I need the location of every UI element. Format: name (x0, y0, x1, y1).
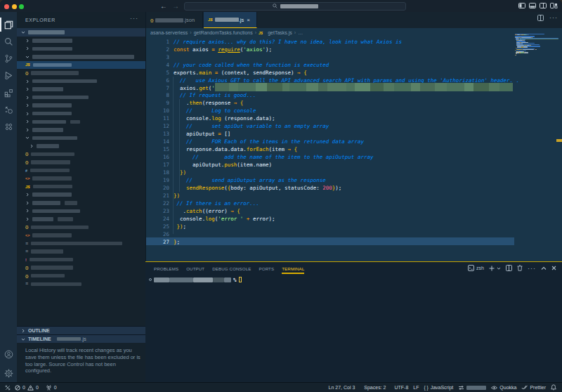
tree-item[interactable] (17, 118, 145, 126)
breadcrumb-item[interactable]: asana-serverless (150, 30, 188, 35)
activity-bar-extensions-icon[interactable] (0, 84, 17, 101)
sync-status[interactable] (458, 385, 486, 391)
language-mode[interactable]: { } JavaScript (424, 385, 453, 390)
tree-item[interactable]: {} (17, 158, 145, 166)
tree-item[interactable] (17, 93, 145, 102)
close-panel-icon[interactable] (551, 266, 556, 270)
tree-item[interactable] (17, 207, 145, 216)
notifications-bell-icon[interactable] (551, 384, 556, 391)
breadcrumb-item[interactable]: getRandomTasks.functions (194, 30, 253, 35)
activity-bar-search-icon[interactable] (0, 33, 17, 50)
line-number: 4 (146, 62, 169, 68)
tree-item[interactable]: # (17, 166, 145, 175)
explorer-more-actions-icon[interactable]: ··· (130, 15, 138, 22)
tree-item[interactable]: {} (17, 223, 145, 232)
tab[interactable]: {}.json (146, 12, 203, 28)
tree-item[interactable] (17, 37, 145, 45)
ports-indicator[interactable]: 0 (46, 384, 57, 391)
tree-item[interactable] (17, 53, 145, 61)
tree-item[interactable]: ! (17, 256, 145, 264)
panel-tab-debug-console[interactable]: DEBUG CONSOLE (212, 266, 251, 271)
warnings-indicator[interactable]: 0 (27, 385, 39, 391)
prettier-status[interactable]: Prettier (521, 385, 546, 390)
activity-bar-accounts-icon[interactable] (0, 346, 17, 362)
workspace-name-redacted (28, 30, 65, 34)
indentation-setting[interactable]: Spaces: 2 (364, 385, 386, 390)
tree-item[interactable] (17, 45, 145, 53)
close-window-button[interactable] (4, 4, 9, 9)
split-editor-icon[interactable] (537, 15, 544, 21)
tab-active[interactable]: JS.js× (204, 12, 257, 28)
quokka-icon (491, 386, 497, 390)
activity-bar-source-control-icon[interactable] (0, 51, 17, 67)
activity-bar-remote-explorer-icon[interactable] (0, 102, 17, 119)
maximize-window-button[interactable] (19, 4, 24, 9)
terminal-prompt[interactable]: % (149, 276, 242, 283)
maximize-panel-icon[interactable] (541, 266, 547, 270)
split-terminal-icon[interactable] (506, 265, 512, 271)
kill-terminal-icon[interactable] (517, 265, 523, 271)
tree-item[interactable]: {} (17, 272, 145, 280)
tree-item[interactable] (17, 199, 145, 207)
breadcrumb-item[interactable]: … (298, 30, 303, 35)
tree-item[interactable]: ≡ (17, 247, 145, 256)
editor-more-actions-icon[interactable]: ··· (549, 16, 558, 20)
tree-item[interactable] (17, 215, 145, 223)
activity-bar-run-debug-icon[interactable] (0, 67, 17, 84)
tree-item[interactable]: <> (17, 174, 145, 183)
tree-item[interactable] (17, 190, 145, 199)
close-tab-icon[interactable]: × (247, 17, 250, 23)
workspace-root-folder[interactable] (17, 28, 145, 37)
code-editor[interactable]: 1// require axios... why do this? I have… (146, 37, 562, 273)
tree-item[interactable]: {} (17, 150, 145, 159)
tree-item[interactable]: {} (17, 69, 145, 77)
tree-item[interactable] (17, 134, 145, 143)
tree-item[interactable] (17, 142, 145, 150)
minimize-window-button[interactable] (12, 4, 17, 9)
chevron-right-icon (25, 103, 30, 107)
outline-section-header[interactable]: OUTLINE (17, 326, 145, 334)
line-number: 8 (146, 92, 169, 98)
tree-item[interactable]: ≡ (17, 240, 145, 248)
quokka-status[interactable]: Quokka (491, 385, 516, 390)
panel-tab-problems[interactable]: PROBLEMS (154, 266, 178, 271)
tree-item[interactable]: {} (17, 263, 145, 272)
panel-tab-output[interactable]: OUTPUT (186, 266, 204, 271)
tree-item-selected[interactable]: JS (17, 61, 145, 70)
tree-item[interactable] (17, 77, 145, 86)
breadcrumbs[interactable]: asana-serverless›getRandomTasks.function… (146, 28, 562, 37)
tree-item[interactable]: ≡ (17, 280, 145, 289)
tree-item[interactable] (17, 126, 145, 134)
cursor-position[interactable]: Ln 27, Col 3 (329, 385, 355, 390)
breadcrumb-item[interactable]: getTasks.js (268, 30, 292, 35)
encoding-setting[interactable]: UTF-8 (394, 385, 408, 390)
navigate-back-icon[interactable]: ← (160, 2, 167, 10)
remote-indicator-icon[interactable] (5, 385, 11, 391)
navigate-forward-icon[interactable]: → (172, 2, 179, 10)
tree-item[interactable] (17, 110, 145, 118)
tree-item[interactable]: <> (17, 231, 145, 240)
panel-tab-terminal[interactable]: TERMINAL (282, 266, 304, 271)
tree-item-name-redacted (30, 169, 70, 173)
launch-profile-chevron-icon[interactable] (497, 266, 501, 270)
new-terminal-icon[interactable] (489, 266, 495, 271)
activity-bar-settings-gear-icon[interactable] (0, 365, 17, 381)
activity-bar-copilot-icon[interactable] (0, 119, 17, 136)
customize-layout-icon[interactable] (550, 2, 558, 9)
errors-indicator[interactable]: 0 (15, 385, 25, 391)
terminal-shell-label[interactable]: zsh (468, 265, 484, 271)
toggle-secondary-sidebar-icon[interactable] (540, 2, 547, 9)
timeline-section-header[interactable]: TIMELINE .js (17, 334, 145, 343)
code-line: 22 // If there is an error... (146, 200, 562, 207)
panel-tab-ports[interactable]: PORTS (259, 266, 275, 271)
activity-bar-explorer-icon[interactable] (0, 16, 17, 33)
tree-item[interactable]: JS (17, 183, 145, 191)
toggle-panel-icon[interactable] (529, 2, 536, 9)
tree-item[interactable] (17, 85, 145, 93)
chevron-right-icon (25, 119, 30, 124)
toggle-sidebar-icon[interactable] (518, 2, 525, 9)
eol-setting[interactable]: LF (413, 385, 419, 390)
tree-item[interactable] (17, 101, 145, 110)
command-center-search[interactable] (184, 2, 406, 11)
panel-more-actions-icon[interactable]: ··· (528, 267, 536, 270)
